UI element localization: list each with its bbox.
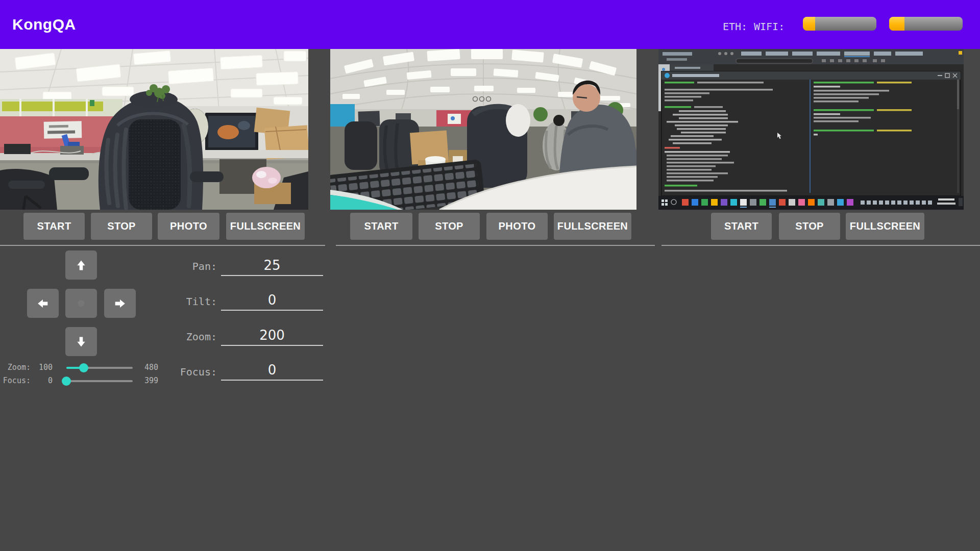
zoom-slider-track[interactable] <box>66 367 133 369</box>
camera-3-fullscreen-button[interactable]: FULLSCREEN <box>846 213 924 240</box>
kongqa-app: KongQA ETH: WIFI: <box>0 0 980 551</box>
zoom-slider-min: 100 <box>31 363 53 372</box>
camera-3-view <box>658 49 964 210</box>
camera-1-photo-button[interactable]: PHOTO <box>158 213 219 240</box>
wifi-signal-fill <box>889 17 904 31</box>
camera-3-stop-button[interactable]: STOP <box>779 213 840 240</box>
pan-field-label: Pan: <box>168 260 217 272</box>
zoom-field-input[interactable] <box>221 325 323 346</box>
pan-home-button[interactable] <box>65 289 97 318</box>
eth-label: ETH: <box>723 20 747 33</box>
eth-signal-fill <box>803 17 815 31</box>
focus-slider-max: 399 <box>144 376 158 385</box>
focus-slider-label: Focus: <box>0 376 31 385</box>
camera-1-fullscreen-button[interactable]: FULLSCREEN <box>226 213 305 240</box>
camera-2-divider <box>336 245 655 246</box>
eth-signal-bar <box>803 17 876 31</box>
camera-1-start-button[interactable]: START <box>23 213 85 240</box>
focus-slider-track[interactable] <box>66 380 133 382</box>
camera-3-start-button[interactable]: START <box>711 213 772 240</box>
focus-field-label: Focus: <box>168 366 217 378</box>
camera-2-start-button[interactable]: START <box>350 213 412 240</box>
pan-field-input[interactable] <box>221 256 323 276</box>
zoom-slider-thumb[interactable] <box>79 363 88 372</box>
focus-field-input[interactable] <box>221 360 323 381</box>
camera-3-divider <box>662 245 980 246</box>
camera-2-photo-button[interactable]: PHOTO <box>486 213 548 240</box>
tilt-field-input[interactable] <box>221 290 323 311</box>
camera-2-fullscreen-button[interactable]: FULLSCREEN <box>554 213 631 240</box>
app-header: KongQA ETH: WIFI: <box>0 0 980 49</box>
zoom-field-label: Zoom: <box>168 331 217 343</box>
arrow-left-icon <box>34 295 52 312</box>
focus-slider-min: 0 <box>31 376 53 385</box>
home-icon <box>72 295 90 312</box>
camera-1-divider <box>0 245 325 246</box>
arrow-right-icon <box>111 295 129 312</box>
camera-3-scene <box>658 49 964 210</box>
wifi-label: WIFI: <box>754 20 785 33</box>
camera-1-scene <box>0 49 308 210</box>
camera-2-scene <box>330 49 636 210</box>
camera-2-view <box>330 49 636 210</box>
pan-right-button[interactable] <box>104 289 136 318</box>
arrow-up-icon <box>72 257 90 274</box>
pan-down-button[interactable] <box>65 327 97 356</box>
camera-2-stop-button[interactable]: STOP <box>419 213 480 240</box>
arrow-down-icon <box>72 333 90 350</box>
camera-1-view <box>0 49 308 210</box>
pan-up-button[interactable] <box>65 251 97 280</box>
camera-1-stop-button[interactable]: STOP <box>91 213 152 240</box>
tilt-field-label: Tilt: <box>168 295 217 308</box>
app-title: KongQA <box>12 16 76 33</box>
focus-slider-thumb[interactable] <box>62 377 71 386</box>
pan-left-button[interactable] <box>27 289 59 318</box>
wifi-signal-bar <box>889 17 963 31</box>
zoom-slider-max: 480 <box>144 363 158 372</box>
zoom-slider-label: Zoom: <box>0 363 31 372</box>
